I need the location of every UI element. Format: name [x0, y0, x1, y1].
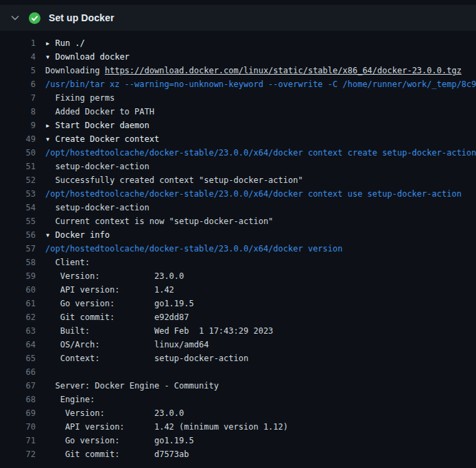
log-line: 71 Go version: go1.19.5 [0, 434, 476, 447]
log-text: OS/Arch: linux/amd64 [36, 338, 209, 352]
log-text: API version: 1.42 [36, 283, 174, 297]
log-text: Version: 23.0.0 [36, 269, 184, 283]
log-text: Git commit: e92dd87 [36, 310, 189, 324]
log-text: setup-docker-action [36, 201, 150, 214]
log-group-toggle[interactable]: ▸ Run ./ [36, 36, 85, 50]
log-line: 70 API version: 1.42 (minimum version 1.… [0, 420, 476, 434]
log-text: Fixing perms [36, 91, 115, 105]
line-number[interactable]: 58 [0, 256, 36, 269]
line-number[interactable]: 66 [0, 365, 36, 379]
log-line: 61 Go version: go1.19.5 [0, 297, 476, 310]
chevron-expanded-icon: ▾ [45, 230, 50, 240]
line-number[interactable]: 49 [0, 132, 36, 146]
chevron-expanded-icon: ▾ [45, 134, 50, 144]
log-line: 7 Fixing perms [0, 91, 476, 105]
line-number[interactable]: 64 [0, 338, 36, 352]
log-text [36, 365, 45, 379]
log-line: 63 Built: Wed Feb 1 17:43:29 2023 [0, 324, 476, 338]
chevron-collapsed-icon: ▸ [45, 121, 50, 130]
log-text: API version: 1.42 (minimum version 1.12) [36, 420, 288, 434]
line-number[interactable]: 4 [0, 50, 36, 64]
line-number[interactable]: 55 [0, 214, 36, 228]
log-text: setup-docker-action [36, 160, 150, 173]
line-number[interactable]: 62 [0, 310, 36, 324]
step-header[interactable]: Set up Docker [0, 5, 476, 31]
log-line: 57/opt/hostedtoolcache/docker-stable/23.… [0, 242, 476, 256]
log-line: 9▸ Start Docker daemon [0, 119, 476, 132]
log-line: 65 Context: setup-docker-action [0, 352, 476, 365]
line-number[interactable]: 63 [0, 324, 36, 338]
log-text: Engine: [36, 393, 95, 406]
log-group-toggle[interactable]: ▾ Download docker [36, 50, 130, 64]
step-title: Set up Docker [49, 12, 114, 23]
actions-log-page: Set up Docker 1▸ Run ./4▾ Download docke… [0, 0, 476, 461]
line-number[interactable]: 7 [0, 91, 36, 105]
log-line: 67 Server: Docker Engine - Community [0, 379, 476, 393]
line-number[interactable]: 9 [0, 119, 36, 132]
check-circle-icon [29, 12, 40, 24]
line-number[interactable]: 53 [0, 187, 36, 201]
line-number[interactable]: 71 [0, 434, 36, 447]
log-text: Git commit: d7573ab [36, 447, 189, 461]
log-text: Built: Wed Feb 1 17:43:29 2023 [36, 324, 273, 338]
log-line: 64 OS/Arch: linux/amd64 [0, 338, 476, 352]
log-line: 54 setup-docker-action [0, 201, 476, 214]
log-line: 72 Git commit: d7573ab [0, 447, 476, 461]
log-text: Version: 23.0.0 [36, 406, 184, 420]
line-number[interactable]: 60 [0, 283, 36, 297]
line-number[interactable]: 68 [0, 393, 36, 406]
line-number[interactable]: 70 [0, 420, 36, 434]
log-line: 60 API version: 1.42 [0, 283, 476, 297]
log-line: 52 Successfully created context "setup-d… [0, 173, 476, 187]
line-number[interactable]: 59 [0, 269, 36, 283]
line-number[interactable]: 69 [0, 406, 36, 420]
log-command-text: /opt/hostedtoolcache/docker-stable/23.0.… [36, 146, 476, 160]
line-number[interactable]: 61 [0, 297, 36, 310]
log-line: 51 setup-docker-action [0, 160, 476, 173]
line-number[interactable]: 8 [0, 105, 36, 119]
line-number[interactable]: 65 [0, 352, 36, 365]
log-text: Added Docker to PATH [36, 105, 154, 119]
log-url-link[interactable]: https://download.docker.com/linux/static… [105, 66, 462, 75]
line-number[interactable]: 67 [0, 379, 36, 393]
line-number[interactable]: 72 [0, 447, 36, 461]
log-line: 8 Added Docker to PATH [0, 105, 476, 119]
log-line: 4▾ Download docker [0, 50, 476, 64]
line-number[interactable]: 56 [0, 228, 36, 242]
log-text: Downloading https://download.docker.com/… [36, 64, 462, 77]
line-number[interactable]: 50 [0, 146, 36, 160]
log-line: 50/opt/hostedtoolcache/docker-stable/23.… [0, 146, 476, 160]
log-line: 53/opt/hostedtoolcache/docker-stable/23.… [0, 187, 476, 201]
line-number[interactable]: 54 [0, 201, 36, 214]
line-number[interactable]: 52 [0, 173, 36, 187]
line-number[interactable]: 5 [0, 64, 36, 77]
log-container: 1▸ Run ./4▾ Download docker5Downloading … [0, 31, 476, 461]
log-line: 59 Version: 23.0.0 [0, 269, 476, 283]
log-line: 55 Current context is now "setup-docker-… [0, 214, 476, 228]
log-line: 66 [0, 365, 476, 379]
log-group-toggle[interactable]: ▸ Start Docker daemon [36, 119, 150, 132]
log-text: Go version: go1.19.5 [36, 297, 194, 310]
log-group-toggle[interactable]: ▾ Docker info [36, 228, 110, 242]
line-number[interactable]: 6 [0, 77, 36, 91]
log-line: 58 Client: [0, 256, 476, 269]
log-text: Successfully created context "setup-dock… [36, 173, 303, 187]
log-line: 1▸ Run ./ [0, 36, 476, 50]
log-line: 68 Engine: [0, 393, 476, 406]
log-command-text: /usr/bin/tar xz --warning=no-unknown-key… [36, 77, 476, 91]
chevron-expanded-icon: ▾ [45, 52, 50, 62]
log-line: 5Downloading https://download.docker.com… [0, 64, 476, 77]
log-text: Go version: go1.19.5 [36, 434, 194, 447]
chevron-down-icon[interactable] [10, 12, 21, 23]
line-number[interactable]: 57 [0, 242, 36, 256]
log-command-text: /opt/hostedtoolcache/docker-stable/23.0.… [36, 187, 462, 201]
log-line: 69 Version: 23.0.0 [0, 406, 476, 420]
line-number[interactable]: 51 [0, 160, 36, 173]
log-group-toggle[interactable]: ▾ Create Docker context [36, 132, 159, 146]
log-text: Context: setup-docker-action [36, 352, 248, 365]
chevron-collapsed-icon: ▸ [45, 38, 50, 48]
log-text: Current context is now "setup-docker-act… [36, 214, 273, 228]
line-number[interactable]: 1 [0, 36, 36, 50]
log-text: Server: Docker Engine - Community [36, 379, 219, 393]
log-line: 62 Git commit: e92dd87 [0, 310, 476, 324]
